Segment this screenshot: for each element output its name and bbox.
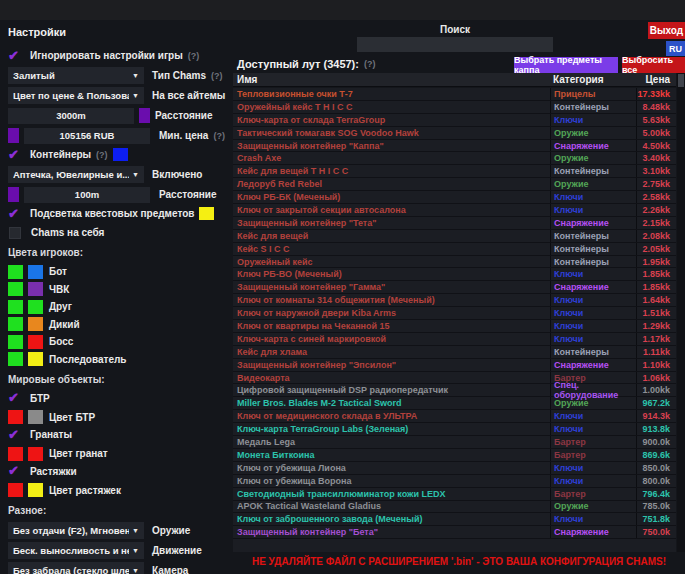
checkbox-btr[interactable]: ✔ БТР	[8, 391, 230, 406]
visible-color-swatch[interactable]	[8, 335, 23, 349]
loot-item-price: 1.64kk	[636, 294, 676, 306]
type-color-swatch[interactable]	[28, 265, 43, 279]
loot-item-price: 3.10kk	[636, 165, 676, 177]
container-distance-input[interactable]: 100m	[24, 187, 150, 203]
search-input[interactable]	[357, 37, 553, 52]
grenade-color-swatch-2[interactable]	[28, 447, 43, 461]
visible-color-swatch[interactable]	[8, 317, 23, 331]
loot-row[interactable]: Ключ-карта от склада TerraGroup Ключи 5.…	[233, 114, 676, 127]
item-distance-color-swatch[interactable]	[139, 108, 150, 123]
loot-row[interactable]: Защищенный контейнер "Бета" Снаряжение 7…	[233, 526, 676, 539]
loot-row[interactable]: Защищенный контейнер "Гамма" Снаряжение …	[233, 281, 676, 294]
checkbox-containers[interactable]: ✔ Контейнеры (?)	[8, 147, 230, 162]
loot-row[interactable]: Ключ-карта TerraGroup Labs (Зеленая) Клю…	[233, 423, 676, 436]
loot-row[interactable]: Ключ РБ-БК (Меченый) Ключи 2.58kk	[233, 191, 676, 204]
drop-all-button[interactable]: Выбросить все	[622, 57, 685, 73]
help-icon[interactable]: (?)	[188, 51, 200, 61]
checkbox-tripwires[interactable]: ✔ Растяжки	[8, 464, 230, 479]
containers-color-swatch[interactable]	[113, 148, 128, 161]
loot-row[interactable]: Кейс для вещей T H I C C Контейнеры 3.10…	[233, 165, 676, 178]
loot-row[interactable]: Оружейный кейс Контейнеры 1.95kk	[233, 256, 676, 269]
column-header-name[interactable]: Имя	[233, 74, 550, 85]
checkbox-chams-self[interactable]: Chams на себя	[8, 225, 230, 240]
language-button[interactable]: RU	[666, 41, 685, 56]
loot-row[interactable]: Кейс для вещей Контейнеры 2.08kk	[233, 230, 676, 243]
loot-row[interactable]: Crash Axe Оружие 3.40kk	[233, 152, 676, 165]
world-objects-title: Мировые объекты:	[8, 374, 230, 385]
column-header-price[interactable]: Цена	[636, 74, 676, 85]
container-types-dropdown[interactable]: Аптечка, Ювелирные и... ▼	[8, 166, 144, 183]
loot-row[interactable]: Miller Bros. Blades M-2 Tactical Sword О…	[233, 397, 676, 410]
loot-row[interactable]: Ключ от комнаты 314 общежития (Меченый) …	[233, 294, 676, 307]
visible-color-swatch[interactable]	[8, 300, 23, 314]
loot-item-category: Снаряжение	[550, 359, 636, 371]
weapon-dropdown[interactable]: Без отдачи (F2), Мгновенное п ▼	[8, 522, 144, 539]
loot-row[interactable]: Ключ от убежища Лиона Ключи 850.0k	[233, 462, 676, 475]
loot-row[interactable]: Ключ от убежища Ворона Ключи 800.0k	[233, 475, 676, 488]
movement-dropdown[interactable]: Беск. выносливость и нет уста ▼	[8, 542, 144, 559]
loot-row[interactable]: Кейс S I C C Контейнеры 2.05kk	[233, 243, 676, 256]
loot-row[interactable]: Тактический томагавк SOG Voodoo Hawk Ору…	[233, 127, 676, 140]
visible-color-swatch[interactable]	[8, 352, 23, 366]
loot-row[interactable]: Ключ от медицинского склада в УЛЬТРА Клю…	[233, 410, 676, 423]
tripwire-color-swatch-1[interactable]	[8, 483, 23, 497]
help-icon[interactable]: (?)	[96, 150, 108, 160]
loot-row[interactable]: APOK Tactical Wasteland Gladius Оружие 7…	[233, 501, 676, 514]
btr-color-swatch-2[interactable]	[28, 410, 43, 424]
checkbox-ignore-game-settings[interactable]: ✔ Игнорировать настройки игры (?)	[8, 48, 230, 63]
exit-button[interactable]: Выход	[648, 22, 685, 39]
select-kappa-items-button[interactable]: Выбрать предметы каппа	[514, 57, 618, 73]
loot-row-partial[interactable]	[233, 539, 676, 552]
tripwire-color-swatch-2[interactable]	[28, 483, 43, 497]
loot-row[interactable]: Цифровой защищенный DSP радиопередатчик …	[233, 384, 676, 397]
loot-item-name: Ключ от убежища Лиона	[233, 463, 550, 473]
quest-highlight-color-swatch[interactable]	[199, 207, 214, 220]
loot-item-name: Кейс для хлама	[233, 347, 550, 357]
type-color-swatch[interactable]	[28, 352, 43, 366]
chevron-down-icon: ▼	[132, 92, 139, 99]
help-icon[interactable]: (?)	[364, 59, 376, 69]
loot-row[interactable]: Ключ от заброшенного завода (Меченый) Кл…	[233, 513, 676, 526]
scrollbar-thumb[interactable]	[678, 74, 684, 87]
min-price-color-swatch[interactable]	[8, 128, 19, 143]
grenade-color-swatch-1[interactable]	[8, 447, 23, 461]
item-distance-input[interactable]: 3000m	[8, 108, 134, 124]
loot-row[interactable]: Тепловизионные очки Т-7 Прицелы 17.33kk	[233, 88, 676, 101]
checkbox-quest-highlight[interactable]: ✔ Подсветка квестовых предметов	[8, 206, 230, 221]
loot-title: Доступный лут (3457):	[237, 58, 359, 70]
loot-item-name: Светодиодный трансиллюминатор кожи LEDX	[233, 489, 550, 499]
loot-item-name: Ключ от заброшенного завода (Меченый)	[233, 514, 550, 524]
help-icon[interactable]: (?)	[213, 131, 225, 141]
loot-row[interactable]: Медаль Lega Бартер 900.0k	[233, 436, 676, 449]
type-color-swatch[interactable]	[28, 335, 43, 349]
color-mode-dropdown[interactable]: Цвет по цене & Пользователь ▼	[8, 87, 144, 104]
help-icon[interactable]: (?)	[211, 71, 223, 81]
type-color-swatch[interactable]	[28, 300, 43, 314]
loot-row[interactable]: Кейс для хлама Контейнеры 1.11kk	[233, 346, 676, 359]
container-distance-color-swatch[interactable]	[8, 187, 19, 202]
loot-row[interactable]: Светодиодный трансиллюминатор кожи LEDX …	[233, 488, 676, 501]
btr-color-swatch-1[interactable]	[8, 410, 23, 424]
loot-row[interactable]: Защищенный контейнер "Эпсилон" Снаряжени…	[233, 359, 676, 372]
loot-row[interactable]: Ключ-карта с синей маркировкой Ключи 1.1…	[233, 333, 676, 346]
loot-row[interactable]: Ключ РБ-ВО (Меченый) Ключи 1.85kk	[233, 268, 676, 281]
loot-row[interactable]: Ключ от наружной двери Kiba Arms Ключи 1…	[233, 307, 676, 320]
loot-row[interactable]: Ключ от квартиры на Чеканной 15 Ключи 1.…	[233, 320, 676, 333]
visible-color-swatch[interactable]	[8, 282, 23, 296]
min-price-input[interactable]: 105156 RUB	[24, 128, 150, 144]
loot-row[interactable]: Защищенный контейнер "Каппа" Снаряжение …	[233, 140, 676, 153]
chams-type-dropdown[interactable]: Залитый ▼	[8, 67, 144, 84]
loot-row[interactable]: Монета Биткоина Бартер 869.6k	[233, 449, 676, 462]
camera-dropdown[interactable]: Без забрала (стекло шлема) ▼	[8, 562, 144, 574]
loot-row[interactable]: Ключ от закрытой секции автосалона Ключи…	[233, 204, 676, 217]
visible-color-swatch[interactable]	[8, 265, 23, 279]
column-header-category[interactable]: Категория	[550, 74, 636, 85]
loot-row[interactable]: Оружейный кейс T H I C C Контейнеры 8.48…	[233, 101, 676, 114]
loot-item-category: Снаряжение	[550, 140, 636, 152]
loot-scrollbar[interactable]	[677, 73, 685, 552]
type-color-swatch[interactable]	[28, 282, 43, 296]
loot-row[interactable]: Ледоруб Red Rebel Оружие 2.75kk	[233, 178, 676, 191]
loot-row[interactable]: Защищенный контейнер "Тета" Снаряжение 2…	[233, 217, 676, 230]
type-color-swatch[interactable]	[28, 317, 43, 331]
checkbox-grenades[interactable]: ✔ Гранаты	[8, 427, 230, 442]
